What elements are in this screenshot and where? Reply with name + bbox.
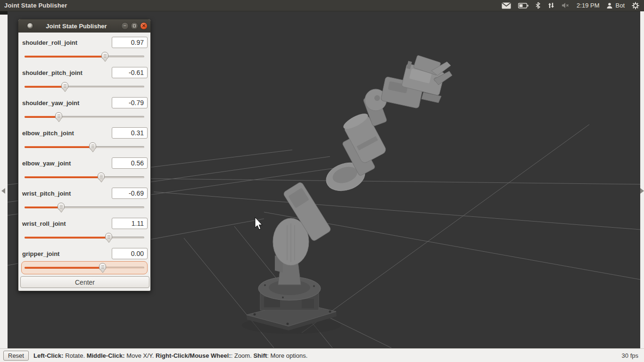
grip-lines-icon	[64, 84, 66, 85]
slider-fill	[25, 116, 59, 118]
close-button[interactable]: ✕	[140, 22, 148, 30]
joint-label: elbow_pitch_joint	[22, 130, 74, 137]
session-indicator[interactable]: Bot	[606, 2, 625, 9]
mail-icon[interactable]	[502, 2, 511, 9]
system-tray: 2:19 PM Bot	[502, 2, 644, 9]
joint-value-input[interactable]	[112, 97, 148, 108]
joint-slider[interactable]	[24, 265, 145, 271]
right-panel-strip	[640, 11, 644, 348]
joint-value-input[interactable]	[112, 37, 148, 48]
grip-lines-icon	[101, 265, 104, 266]
slider-fill	[25, 176, 101, 178]
slider-handle[interactable]	[105, 233, 112, 240]
minimize-button[interactable]: −	[121, 22, 129, 30]
reset-button[interactable]: Reset	[3, 351, 29, 361]
joint-label: shoulder_yaw_joint	[22, 99, 79, 107]
slider-track[interactable]	[25, 206, 144, 208]
slider-handle[interactable]	[98, 173, 105, 180]
joint-slider-wrap	[21, 171, 148, 184]
joint-label: gripper_joint	[22, 250, 59, 257]
left-strip-corner	[0, 11, 8, 15]
joint-row: gripper_joint	[20, 246, 149, 274]
statusbar: Reset Left-Click: Rotate. Middle-Click: …	[0, 348, 644, 362]
grip-lines-icon	[91, 145, 94, 145]
joint-slider-wrap	[21, 231, 148, 244]
joint-state-publisher-window: Joint State Publisher − ✕ shoulder_roll_…	[18, 19, 151, 291]
joint-slider-wrap	[21, 140, 148, 154]
joint-slider[interactable]	[24, 114, 145, 120]
joint-slider[interactable]	[24, 144, 145, 150]
fps-counter: 30 fps	[622, 352, 644, 359]
joint-slider[interactable]	[24, 235, 145, 240]
joint-label: shoulder_roll_joint	[22, 39, 77, 46]
joint-slider[interactable]	[24, 174, 145, 180]
joint-row: elbow_yaw_joint	[20, 156, 149, 184]
slider-handle[interactable]	[89, 142, 96, 150]
expand-right-panel-arrow-icon[interactable]	[640, 188, 644, 194]
user-name: Bot	[615, 2, 625, 9]
slider-handle[interactable]	[99, 263, 106, 271]
joint-slider-wrap	[21, 261, 148, 274]
grip-lines-icon	[107, 235, 110, 236]
joint-slider-wrap	[21, 110, 148, 123]
joint-slider[interactable]	[24, 205, 145, 210]
robot-arm-model	[242, 55, 452, 334]
joint-value-input[interactable]	[112, 248, 148, 259]
slider-track[interactable]	[25, 146, 144, 148]
joint-slider-wrap	[21, 80, 148, 93]
joint-label: shoulder_pitch_joint	[22, 69, 83, 76]
grip-lines-icon	[100, 175, 103, 175]
slider-handle[interactable]	[55, 112, 62, 120]
window-titlebar[interactable]: Joint State Publisher − ✕	[18, 19, 150, 33]
slider-track[interactable]	[25, 56, 144, 58]
joint-slider[interactable]	[24, 54, 145, 59]
slider-handle[interactable]	[61, 82, 68, 90]
expand-left-panel-arrow-icon[interactable]	[1, 188, 5, 194]
slider-handle[interactable]	[58, 203, 65, 210]
grip-lines-icon	[104, 54, 107, 55]
mouse-help-text: Left-Click: Rotate. Middle-Click: Move X…	[33, 352, 307, 359]
slider-track[interactable]	[25, 267, 144, 269]
joint-row: wrist_pitch_joint	[20, 186, 149, 214]
joint-value-input[interactable]	[112, 67, 148, 78]
slider-fill	[25, 267, 102, 269]
joint-value-input[interactable]	[112, 218, 148, 229]
bluetooth-icon[interactable]	[536, 2, 540, 9]
maximize-button[interactable]	[131, 22, 138, 30]
slider-fill	[25, 56, 105, 58]
slider-track[interactable]	[25, 116, 144, 118]
grip-lines-icon	[58, 115, 60, 115]
network-arrows-icon[interactable]	[547, 2, 554, 9]
joint-row: wrist_roll_joint	[20, 216, 149, 244]
joint-slider[interactable]	[24, 84, 145, 90]
app-icon	[27, 23, 33, 29]
slider-fill	[25, 206, 62, 208]
joint-value-input[interactable]	[112, 157, 148, 169]
center-button[interactable]: Center	[20, 276, 149, 288]
joint-row: shoulder_yaw_joint	[20, 95, 149, 123]
grip-lines-icon	[60, 205, 63, 206]
left-panel-strip	[0, 11, 8, 348]
joint-row: shoulder_roll_joint	[20, 35, 149, 63]
window-title: Joint State Publisher	[33, 23, 119, 30]
joint-row: elbow_pitch_joint	[20, 125, 149, 154]
slider-track[interactable]	[25, 237, 144, 239]
joint-value-input[interactable]	[112, 188, 148, 199]
joint-value-input[interactable]	[112, 127, 148, 139]
desktop-menubar: Joint State Publisher 2:19 PM Bot	[0, 0, 644, 11]
slider-handle[interactable]	[101, 52, 108, 59]
clock-indicator[interactable]: 2:19 PM	[577, 2, 599, 9]
slider-fill	[25, 237, 108, 239]
gear-icon[interactable]	[632, 2, 639, 9]
minimize-icon: −	[124, 24, 126, 28]
slider-track[interactable]	[25, 176, 144, 178]
joint-slider-wrap	[21, 201, 148, 214]
volume-muted-icon[interactable]	[561, 2, 570, 8]
joint-row: shoulder_pitch_joint	[20, 65, 149, 93]
battery-icon[interactable]	[518, 3, 528, 8]
joint-label: elbow_yaw_joint	[22, 160, 71, 167]
slider-track[interactable]	[25, 86, 144, 88]
joint-slider-wrap	[21, 50, 148, 63]
active-app-title: Joint State Publisher	[0, 2, 67, 9]
user-icon	[606, 2, 613, 9]
